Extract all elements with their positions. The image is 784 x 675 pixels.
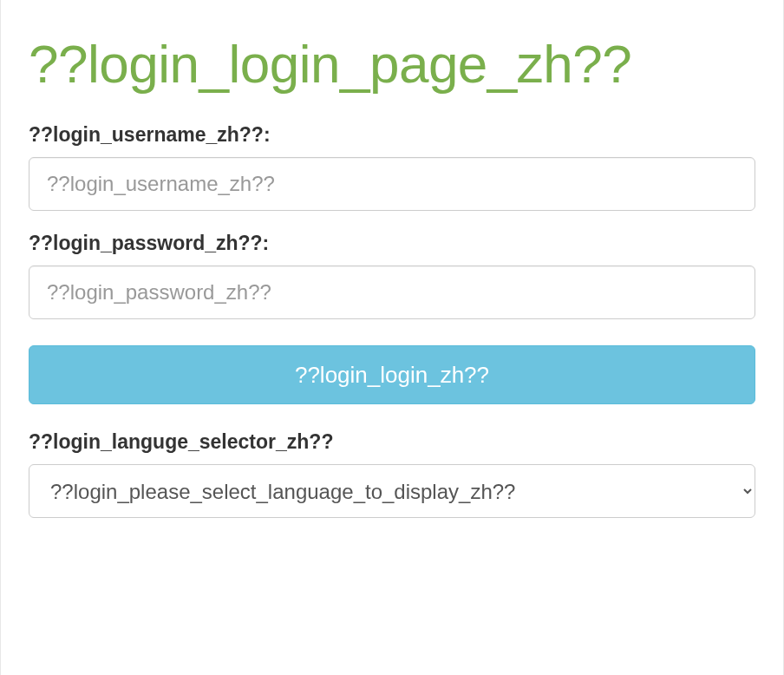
language-selector-label: ??login_languge_selector_zh?? (29, 430, 755, 454)
language-select[interactable]: ??login_please_select_language_to_displa… (29, 464, 755, 518)
username-label: ??login_username_zh??: (29, 123, 755, 147)
username-group: ??login_username_zh??: (29, 123, 755, 211)
password-input[interactable] (29, 265, 755, 319)
password-label: ??login_password_zh??: (29, 232, 755, 255)
login-button[interactable]: ??login_login_zh?? (29, 345, 755, 404)
password-group: ??login_password_zh??: (29, 232, 755, 319)
page-title: ??login_login_page_zh?? (29, 35, 755, 94)
username-input[interactable] (29, 157, 755, 211)
language-group: ??login_languge_selector_zh?? ??login_pl… (29, 430, 755, 518)
